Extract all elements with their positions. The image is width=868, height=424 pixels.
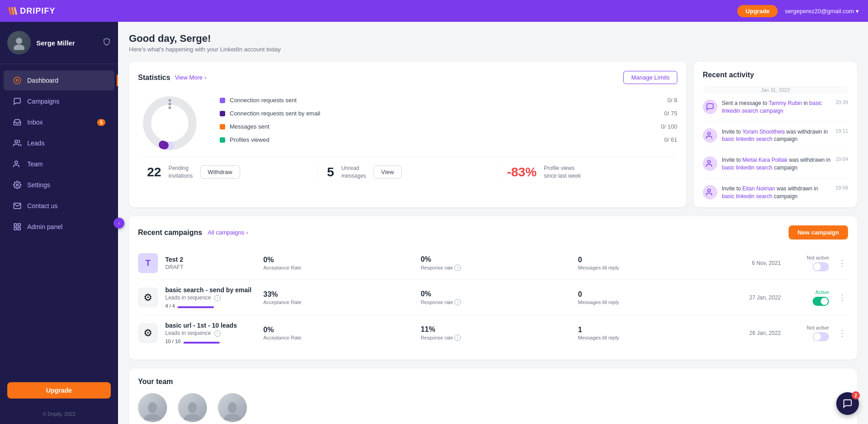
campaign-toggle-1[interactable] bbox=[813, 262, 829, 271]
sidebar-label-settings: Settings bbox=[27, 181, 50, 189]
team-avatars bbox=[138, 393, 848, 422]
sidebar-label-inbox: Inbox bbox=[27, 119, 43, 126]
view-button[interactable]: View bbox=[374, 165, 402, 179]
campaign-stat-messages-2: 0 Messages till reply bbox=[578, 290, 728, 305]
chevron-right-icon: › bbox=[246, 229, 248, 236]
chevron-down-icon: ▾ bbox=[856, 8, 859, 15]
activity-avatar-2 bbox=[703, 128, 717, 143]
sidebar-item-team[interactable]: Team bbox=[4, 154, 114, 174]
metric-views-label: Profile viewssince last week bbox=[544, 165, 581, 180]
info-icon-3[interactable]: i bbox=[454, 299, 461, 305]
metric-unread: 5 Unreadmessages View bbox=[318, 165, 498, 180]
activity-text-4: Invite to Eitan Noiman was withdrawn in … bbox=[722, 185, 831, 200]
leads-icon bbox=[13, 139, 22, 148]
status-label-1: Not active bbox=[788, 255, 829, 260]
campaign-name-basic-url: basic url - 1st - 10 leads bbox=[165, 322, 256, 329]
sidebar-label-admin-panel: Admin panel bbox=[27, 223, 63, 230]
legend-item: Connection requests sent 0/ 8 bbox=[220, 97, 677, 104]
svg-point-2 bbox=[14, 77, 21, 84]
metric-pending-label: Pendinginvitations bbox=[168, 165, 192, 180]
svg-point-0 bbox=[16, 38, 22, 44]
upgrade-button-top[interactable]: Upgrade bbox=[737, 5, 778, 17]
campaign-date-2: 27 Jan, 2022 bbox=[735, 294, 781, 301]
activity-item-1: Sent a message to Tammy Rubin in basic l… bbox=[703, 100, 848, 122]
campaign-toggle-3[interactable] bbox=[813, 332, 829, 341]
greeting-heading: Good day, Serge! bbox=[129, 33, 857, 45]
team-member-3 bbox=[218, 393, 247, 422]
campaign-date-3: 26 Jan, 2022 bbox=[735, 330, 781, 336]
svg-point-3 bbox=[16, 80, 19, 82]
sidebar-label-contact-us: Contact us bbox=[27, 202, 58, 210]
sidebar-item-inbox[interactable]: Inbox 5 bbox=[4, 112, 114, 132]
campaign-status-2: Active bbox=[788, 289, 829, 306]
statistics-header-left: Statistics View More › bbox=[138, 74, 207, 82]
svg-point-16 bbox=[168, 106, 171, 109]
svg-point-5 bbox=[15, 161, 18, 164]
team-member-1 bbox=[138, 393, 167, 422]
campaign-icon-basic-url: ⚙ bbox=[138, 323, 158, 343]
chat-bubble[interactable]: 2 bbox=[836, 392, 859, 415]
view-more-link[interactable]: View More › bbox=[175, 74, 207, 81]
team-avatar-2 bbox=[178, 393, 207, 422]
settings-icon bbox=[13, 180, 22, 190]
donut-chart bbox=[138, 91, 202, 155]
info-icon[interactable]: i bbox=[454, 264, 461, 271]
manage-limits-button[interactable]: Manage Limits bbox=[623, 71, 677, 84]
new-campaign-button[interactable]: New campaign bbox=[789, 225, 848, 239]
all-campaigns-link[interactable]: All campaigns › bbox=[207, 229, 248, 236]
metric-pending: 22 Pendinginvitations Withdraw bbox=[138, 165, 318, 180]
svg-point-21 bbox=[143, 414, 162, 420]
campaign-stat-acceptance-2: 33% Acceptance Rate bbox=[263, 290, 414, 305]
campaigns-title: Recent campaigns bbox=[138, 229, 202, 237]
sidebar-item-settings[interactable]: Settings bbox=[4, 175, 114, 195]
team-title: Your team bbox=[138, 378, 848, 386]
info-icon-2[interactable]: i bbox=[214, 295, 221, 301]
sidebar-label-dashboard: Dashboard bbox=[27, 77, 59, 84]
campaigns-icon bbox=[13, 97, 22, 106]
activity-item-3: Invite to Meital Kara Polliak was withdr… bbox=[703, 156, 848, 179]
legend-value-2: 0/ 75 bbox=[664, 110, 677, 117]
status-label-2: Active bbox=[788, 289, 829, 295]
campaign-row-test2: T Test 2 DRAFT 0% Acceptance Rate 0% Res… bbox=[138, 247, 848, 280]
sidebar-item-admin-panel[interactable]: Admin panel bbox=[4, 217, 114, 237]
activity-item-4: Invite to Eitan Noiman was withdrawn in … bbox=[703, 185, 848, 207]
upgrade-button-sidebar[interactable]: Upgrade bbox=[7, 382, 111, 399]
legend-dot-3 bbox=[220, 124, 225, 130]
campaign-toggle-2[interactable] bbox=[813, 297, 829, 306]
legend-item: Connection requests sent by email 0/ 75 bbox=[220, 110, 677, 117]
svg-point-6 bbox=[16, 184, 19, 186]
sidebar-item-contact-us[interactable]: Contact us bbox=[4, 196, 114, 216]
statistics-body: Connection requests sent 0/ 8 Connection… bbox=[138, 91, 677, 155]
legend-dot-4 bbox=[220, 137, 225, 143]
campaign-info-basic-url: basic url - 1st - 10 leads Leads in sequ… bbox=[165, 322, 256, 344]
campaign-more-2[interactable]: ⋮ bbox=[836, 291, 848, 304]
recent-activity-title: Recent activity bbox=[703, 71, 848, 79]
legend-label-4: Profiles viewed bbox=[230, 136, 269, 143]
svg-point-1 bbox=[14, 45, 25, 50]
campaign-row-basic-url: ⚙ basic url - 1st - 10 leads Leads in se… bbox=[138, 315, 848, 350]
withdraw-button[interactable]: Withdraw bbox=[200, 165, 240, 179]
statistics-legend: Connection requests sent 0/ 8 Connection… bbox=[220, 97, 677, 150]
logo-text: DRIPIFY bbox=[20, 6, 55, 16]
user-email[interactable]: sergeperez20@gmail.com ▾ bbox=[785, 8, 859, 15]
campaign-subtitle-basic-url: Leads in sequence i bbox=[165, 330, 256, 337]
campaign-status-3: Not active bbox=[788, 325, 829, 341]
activity-time-3: 19:04 bbox=[835, 156, 848, 162]
dashboard-icon bbox=[13, 76, 22, 85]
status-label-3: Not active bbox=[788, 325, 829, 330]
legend-label-2: Connection requests sent by email bbox=[230, 110, 320, 117]
campaign-stat-acceptance-3: 0% Acceptance Rate bbox=[263, 326, 414, 340]
inbox-badge: 5 bbox=[97, 119, 105, 126]
sidebar-collapse-button[interactable]: ‹ bbox=[113, 218, 124, 229]
sidebar-item-leads[interactable]: Leads bbox=[4, 133, 114, 153]
campaign-progress-2 bbox=[178, 306, 214, 308]
campaign-date-1: 6 Nov, 2021 bbox=[735, 260, 781, 266]
shield-icon bbox=[103, 38, 111, 48]
campaign-more-3[interactable]: ⋮ bbox=[836, 326, 848, 340]
sidebar-item-dashboard[interactable]: Dashboard bbox=[4, 70, 114, 90]
campaigns-section: Recent campaigns All campaigns › New cam… bbox=[129, 216, 857, 359]
campaign-more-1[interactable]: ⋮ bbox=[836, 256, 848, 270]
info-icon-4[interactable]: i bbox=[214, 330, 221, 337]
info-icon-5[interactable]: i bbox=[454, 334, 461, 341]
sidebar-item-campaigns[interactable]: Campaigns bbox=[4, 91, 114, 111]
